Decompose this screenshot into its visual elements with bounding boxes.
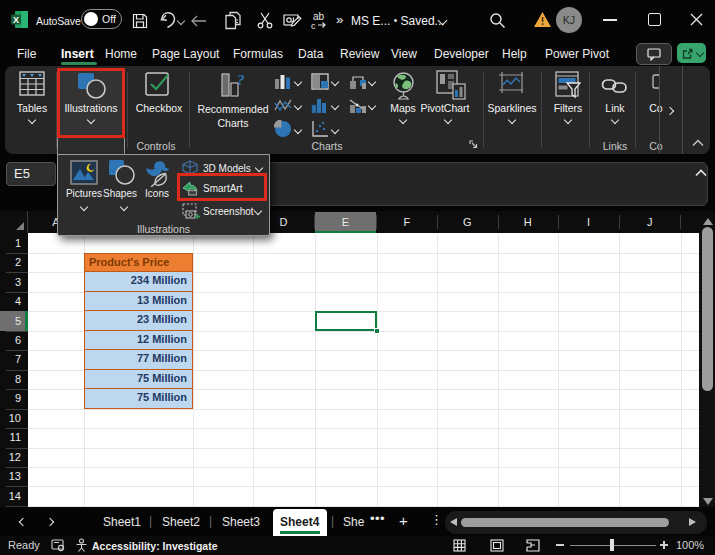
svg-text:c: c (311, 21, 316, 30)
svg-text:X: X (13, 15, 19, 25)
svg-text:?: ? (237, 72, 245, 88)
